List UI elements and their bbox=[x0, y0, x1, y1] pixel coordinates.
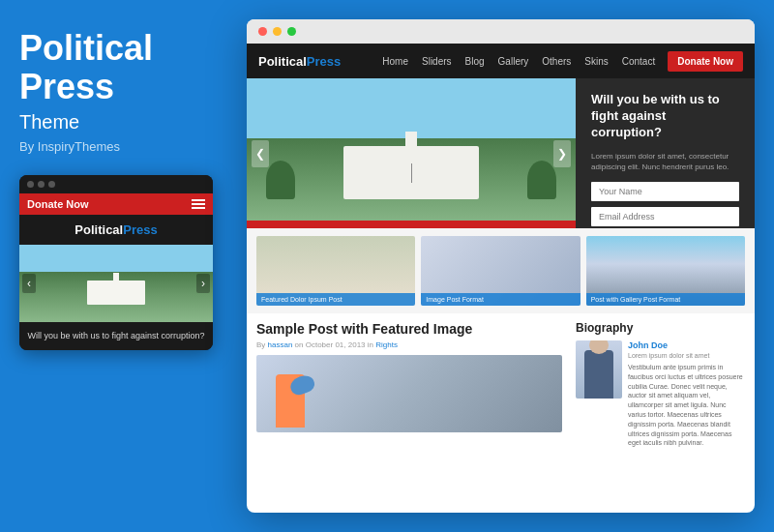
browser-window: PoliticalPress Home Sliders Blog Gallery… bbox=[247, 19, 755, 513]
brand-title-line1: Political bbox=[19, 28, 153, 68]
hero-form-desc: Lorem ipsum dolor sit amet, consectetur … bbox=[591, 151, 739, 172]
mobile-donate-bar[interactable]: Donate Now bbox=[19, 193, 213, 215]
brand-title-line2: Press bbox=[19, 67, 114, 106]
browser-content: PoliticalPress Home Sliders Blog Gallery… bbox=[247, 44, 755, 513]
nav-others[interactable]: Others bbox=[535, 44, 578, 78]
post-card-label-2: Image Post Format bbox=[421, 293, 580, 306]
mobile-dot-2 bbox=[38, 181, 45, 188]
mobile-dot-3 bbox=[48, 181, 55, 188]
bio-name: John Doe bbox=[628, 340, 745, 350]
hero-prev-arrow[interactable]: ❮ bbox=[252, 140, 269, 167]
bio-info: John Doe Lorem ipsum dolor sit amet Vest… bbox=[628, 340, 745, 448]
browser-close-dot[interactable] bbox=[258, 27, 267, 36]
post-card-label-1: Featured Dolor Ipsum Post bbox=[256, 293, 415, 306]
left-panel: Political Press Theme By InspiryThemes D… bbox=[0, 0, 237, 532]
article-image bbox=[256, 355, 562, 432]
main-sidebar: Biography John Doe Lorem ipsum dolor sit… bbox=[576, 321, 745, 505]
main-article: Sample Post with Featured Image By hassa… bbox=[256, 321, 576, 505]
mobile-top-bar bbox=[19, 175, 213, 193]
bio-card: John Doe Lorem ipsum dolor sit amet Vest… bbox=[576, 340, 745, 448]
bio-avatar bbox=[576, 340, 622, 399]
mobile-prev-arrow[interactable]: ‹ bbox=[22, 274, 36, 293]
mobile-hero-image: ‹ › bbox=[19, 245, 213, 322]
hero-white-house bbox=[343, 146, 479, 199]
main-content: Sample Post with Featured Image By hassa… bbox=[247, 313, 755, 513]
bio-person-illustration bbox=[584, 350, 613, 399]
browser-chrome bbox=[247, 19, 755, 44]
mobile-logo-accent: Press bbox=[123, 222, 157, 237]
site-logo: PoliticalPress bbox=[258, 54, 341, 69]
nav-sliders[interactable]: Sliders bbox=[415, 44, 459, 78]
hero-trees-right bbox=[527, 161, 556, 199]
hero-form: Will you be with us to fight against cor… bbox=[576, 78, 755, 228]
hero-image: ❮ ❯ bbox=[247, 78, 576, 228]
hero-next-arrow[interactable]: ❯ bbox=[553, 140, 571, 167]
site-nav: PoliticalPress Home Sliders Blog Gallery… bbox=[247, 44, 755, 78]
nav-logo-accent: Press bbox=[307, 54, 341, 69]
mobile-logo-text: Political bbox=[74, 222, 123, 237]
mobile-dot-1 bbox=[27, 181, 34, 188]
bio-text: Vestibulum ante ipsum primis in faucibus… bbox=[628, 363, 745, 448]
brand-by: By InspiryThemes bbox=[19, 139, 218, 154]
article-title: Sample Post with Featured Image bbox=[256, 321, 562, 337]
mobile-next-arrow[interactable]: › bbox=[196, 274, 210, 293]
nav-home[interactable]: Home bbox=[375, 44, 415, 78]
mobile-donate-label: Donate Now bbox=[27, 198, 89, 210]
email-input[interactable] bbox=[591, 207, 739, 226]
nav-logo-text: Political bbox=[258, 54, 307, 69]
nav-skins[interactable]: Skins bbox=[578, 44, 614, 78]
browser-maximize-dot[interactable] bbox=[287, 27, 296, 36]
hero-section: ❮ ❯ Will you be with us to fight against… bbox=[247, 78, 755, 228]
hero-trees-left bbox=[266, 161, 295, 199]
mobile-caption: Will you be with us to fight against cor… bbox=[19, 322, 213, 350]
brand-subtitle: Theme bbox=[19, 111, 218, 133]
hero-form-title: Will you be with us to fight against cor… bbox=[591, 92, 739, 141]
hero-flag bbox=[411, 163, 412, 183]
hamburger-icon[interactable] bbox=[192, 199, 205, 209]
hero-red-bar bbox=[247, 221, 576, 228]
post-card-3[interactable]: Post with Gallery Post Format bbox=[586, 236, 745, 306]
nav-gallery[interactable]: Gallery bbox=[491, 44, 536, 78]
bio-role: Lorem ipsum dolor sit amet bbox=[628, 352, 745, 359]
article-meta: By hassan on October 01, 2013 in Rights bbox=[256, 340, 562, 349]
name-input[interactable] bbox=[591, 182, 739, 201]
post-card-1[interactable]: Featured Dolor Ipsum Post bbox=[256, 236, 415, 306]
nav-blog[interactable]: Blog bbox=[459, 44, 491, 78]
mobile-logo: PoliticalPress bbox=[19, 215, 213, 245]
nav-contact[interactable]: Contact bbox=[615, 44, 662, 78]
biography-title: Biography bbox=[576, 321, 745, 335]
nav-donate-button[interactable]: Donate Now bbox=[668, 51, 743, 72]
post-card-label-3: Post with Gallery Post Format bbox=[586, 293, 745, 306]
browser-minimize-dot[interactable] bbox=[273, 27, 282, 36]
post-card-2[interactable]: Image Post Format bbox=[421, 236, 580, 306]
brand-title: Political Press bbox=[19, 29, 218, 105]
mobile-mockup: Donate Now PoliticalPress ‹ › Will you b… bbox=[19, 175, 213, 350]
white-house-illustration bbox=[87, 281, 145, 305]
posts-row: Featured Dolor Ipsum Post Image Post For… bbox=[247, 228, 755, 313]
